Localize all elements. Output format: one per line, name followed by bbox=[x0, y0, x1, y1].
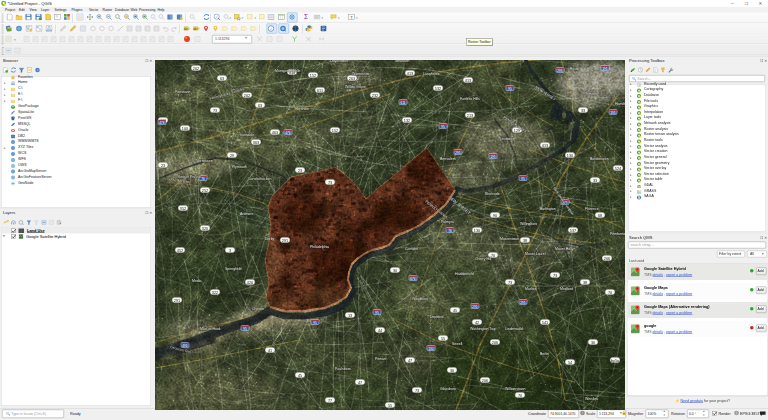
svg-text:95: 95 bbox=[441, 125, 445, 129]
svg-text:206: 206 bbox=[604, 257, 610, 261]
svg-text:413: 413 bbox=[465, 79, 471, 83]
svg-text:232: 232 bbox=[372, 94, 378, 98]
svg-text:295: 295 bbox=[557, 69, 563, 73]
svg-text:263: 263 bbox=[349, 77, 355, 81]
svg-text:30: 30 bbox=[450, 369, 454, 373]
svg-text:Pitman: Pitman bbox=[375, 357, 386, 361]
svg-text:Mount Holly: Mount Holly bbox=[555, 247, 574, 251]
svg-text:95: 95 bbox=[243, 327, 247, 331]
svg-text:55: 55 bbox=[441, 337, 445, 341]
svg-text:54: 54 bbox=[568, 361, 572, 365]
svg-text:73: 73 bbox=[213, 109, 217, 113]
svg-text:Doylestown: Doylestown bbox=[330, 60, 348, 63]
svg-text:abc: abc bbox=[193, 26, 198, 30]
svg-text:33: 33 bbox=[593, 179, 597, 183]
svg-text:S: S bbox=[638, 196, 640, 200]
svg-text:45: 45 bbox=[298, 374, 302, 378]
svg-text:Willingboro: Willingboro bbox=[520, 222, 537, 226]
svg-text:195: 195 bbox=[490, 155, 496, 159]
svg-text:413: 413 bbox=[542, 144, 548, 148]
svg-text:Moorestown: Moorestown bbox=[500, 237, 519, 241]
svg-text:Chester: Chester bbox=[252, 307, 265, 311]
svg-text:252: 252 bbox=[202, 189, 208, 193]
svg-text:476: 476 bbox=[285, 131, 291, 135]
svg-text:i: i bbox=[216, 14, 217, 19]
svg-text:Warminster: Warminster bbox=[352, 72, 371, 76]
svg-text:Williamstown: Williamstown bbox=[505, 387, 525, 391]
svg-text:Willow Grove: Willow Grove bbox=[345, 85, 366, 89]
svg-text:38: 38 bbox=[583, 281, 587, 285]
svg-text:206: 206 bbox=[482, 379, 488, 383]
svg-text:322: 322 bbox=[212, 291, 218, 295]
svg-text:45: 45 bbox=[453, 309, 457, 313]
svg-text:47: 47 bbox=[408, 359, 412, 363]
svg-text:152: 152 bbox=[310, 74, 316, 78]
svg-text:202: 202 bbox=[244, 94, 250, 98]
svg-text:Conshohocken: Conshohocken bbox=[248, 177, 271, 181]
svg-text:33: 33 bbox=[581, 109, 585, 113]
svg-text:Darby: Darby bbox=[265, 237, 275, 241]
svg-text:42: 42 bbox=[475, 321, 479, 325]
svg-text:Woodbury: Woodbury bbox=[412, 297, 428, 301]
svg-text:77: 77 bbox=[328, 399, 332, 403]
svg-text:Levittown: Levittown bbox=[500, 137, 515, 141]
svg-text:Berlin: Berlin bbox=[540, 352, 549, 356]
svg-text:Media: Media bbox=[192, 279, 202, 283]
svg-text:76: 76 bbox=[448, 229, 452, 233]
svg-text:130: 130 bbox=[428, 347, 434, 351]
svg-text:63: 63 bbox=[220, 77, 224, 81]
svg-text:76: 76 bbox=[201, 177, 205, 181]
svg-text:Langhorne: Langhorne bbox=[423, 72, 440, 76]
svg-text:T: T bbox=[350, 15, 353, 20]
svg-text:by5o: by5o bbox=[611, 359, 619, 363]
svg-text:195: 195 bbox=[610, 111, 616, 115]
svg-text:Lindenwold: Lindenwold bbox=[505, 327, 523, 331]
svg-text:676: 676 bbox=[410, 277, 416, 281]
svg-text:70: 70 bbox=[518, 394, 522, 398]
svg-text:Norristown: Norristown bbox=[196, 159, 213, 163]
svg-text:Palmyra: Palmyra bbox=[441, 220, 454, 224]
svg-text:Montgomeryville: Montgomeryville bbox=[275, 69, 301, 73]
svg-text:73: 73 bbox=[508, 281, 512, 285]
svg-text:Ardmore: Ardmore bbox=[240, 212, 253, 216]
svg-text:295: 295 bbox=[455, 151, 461, 155]
svg-text:Burlington: Burlington bbox=[540, 207, 556, 211]
svg-text:611: 611 bbox=[317, 89, 323, 93]
svg-text:130: 130 bbox=[567, 154, 573, 158]
svg-text:73: 73 bbox=[415, 389, 419, 393]
svg-text:413: 413 bbox=[407, 72, 413, 76]
svg-text:Camden: Camden bbox=[405, 247, 418, 251]
svg-text:463: 463 bbox=[272, 131, 278, 135]
svg-text:537: 537 bbox=[570, 229, 576, 233]
svg-text:30: 30 bbox=[591, 341, 595, 345]
svg-text:Lansdale: Lansdale bbox=[240, 133, 254, 137]
svg-text:132: 132 bbox=[404, 119, 410, 123]
svg-text:Hamilton: Hamilton bbox=[615, 102, 625, 106]
svg-text:202: 202 bbox=[193, 67, 199, 71]
svg-text:Horsham: Horsham bbox=[295, 107, 309, 111]
svg-text:452: 452 bbox=[177, 249, 183, 253]
svg-text:152: 152 bbox=[332, 129, 338, 133]
svg-text:13: 13 bbox=[348, 314, 352, 318]
svg-text:73: 73 bbox=[328, 181, 332, 185]
svg-text:Marcus Hook: Marcus Hook bbox=[200, 327, 221, 331]
svg-text:95: 95 bbox=[313, 321, 317, 325]
svg-text:Riverside: Riverside bbox=[485, 192, 500, 196]
svg-text:352: 352 bbox=[180, 207, 186, 211]
svg-text:Σ: Σ bbox=[304, 14, 308, 21]
svg-text:295: 295 bbox=[472, 305, 478, 309]
svg-text:95: 95 bbox=[375, 311, 379, 315]
svg-text:Trenton: Trenton bbox=[585, 92, 597, 96]
svg-text:Glassboro: Glassboro bbox=[440, 387, 456, 391]
svg-text:Fairless Hills: Fairless Hills bbox=[460, 97, 480, 101]
svg-text:44: 44 bbox=[378, 329, 382, 333]
svg-text:320: 320 bbox=[202, 227, 208, 231]
svg-text:Mount Laurel: Mount Laurel bbox=[525, 252, 546, 256]
svg-text:95: 95 bbox=[521, 177, 525, 181]
svg-text:Winslow: Winslow bbox=[585, 397, 599, 401]
svg-text:Paulsboro: Paulsboro bbox=[335, 367, 351, 371]
svg-text:23: 23 bbox=[161, 164, 165, 168]
svg-text:38: 38 bbox=[523, 239, 527, 243]
svg-text:Marlton: Marlton bbox=[525, 287, 537, 291]
svg-text:130: 130 bbox=[474, 229, 480, 233]
